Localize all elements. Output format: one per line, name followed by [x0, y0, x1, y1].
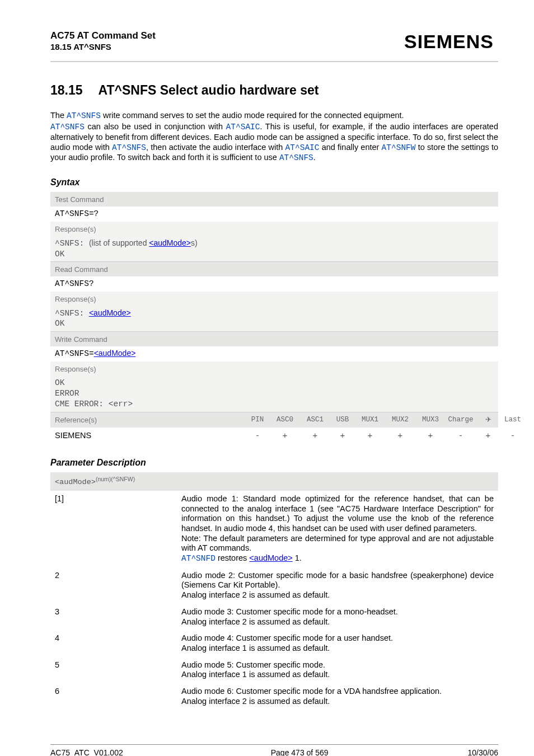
- footer-center: Page 473 of 569: [271, 748, 329, 756]
- param-desc-6: Audio mode 6: Customer specific mode for…: [177, 683, 498, 710]
- brand-logo: SIEMENS: [404, 30, 498, 53]
- col-mux2: MUX2: [385, 416, 415, 424]
- label-responses-1: Response(s): [50, 222, 498, 236]
- param-row-1: [1] Audio mode 1: Standard mode optimize…: [50, 491, 498, 567]
- syntax-table: Test Command AT^SNFS=? Response(s) ^SNFS…: [50, 192, 498, 411]
- label-references: Reference(s): [55, 416, 245, 425]
- val-charge: -: [446, 430, 476, 440]
- reference-value-row: SIEMENS - + + + + + + - + -: [50, 428, 498, 443]
- link-atsnfw[interactable]: AT^SNFW: [382, 143, 416, 152]
- label-write-command: Write Command: [50, 332, 498, 346]
- param-row-5: 5 Audio mode 5: Customer specific mode. …: [50, 657, 498, 683]
- val-airplane: +: [476, 430, 500, 440]
- val-asc1: +: [300, 430, 330, 440]
- param-row-4: 4 Audio mode 4: Customer specific mode f…: [50, 630, 498, 656]
- intro-paragraph-2: AT^SNFS can also be used in conjunction …: [50, 122, 498, 163]
- doc-subtitle: 18.15 AT^SNFS: [50, 42, 156, 52]
- param-key-4: 4: [50, 630, 177, 656]
- test-resp-text-2: s): [191, 238, 198, 247]
- test-command-text: AT^SNFS=?: [55, 209, 99, 218]
- reference-value: SIEMENS: [55, 431, 245, 441]
- link-audmode-1[interactable]: <audMode>: [149, 238, 191, 247]
- col-mux3: MUX3: [415, 416, 446, 424]
- link-atsaic-2[interactable]: AT^SAIC: [285, 143, 320, 152]
- footer-left: AC75_ATC_V01.002 Confidential / Released: [50, 748, 132, 756]
- link-audmode-3[interactable]: <audMode>: [94, 349, 136, 358]
- col-pin: PIN: [245, 416, 270, 424]
- val-mux1: +: [355, 430, 385, 440]
- param-audmode: <audMode>: [55, 478, 96, 487]
- link-atsnfd[interactable]: AT^SNFD: [181, 554, 216, 563]
- param-desc-5: Audio mode 5: Customer specific mode. An…: [177, 657, 498, 683]
- reference-header-row: Reference(s) PIN ASC0 ASC1 USB MUX1 MUX2…: [50, 412, 498, 428]
- param-key-3: 3: [50, 604, 177, 630]
- param-key-5: 5: [50, 657, 177, 683]
- col-usb: USB: [330, 416, 355, 424]
- param-key-2: 2: [50, 567, 177, 604]
- section-heading: 18.15 AT^SNFS Select audio hardware set: [50, 82, 498, 98]
- write-resp-cme-prefix: CME ERROR:: [55, 400, 109, 408]
- write-resp-error: ERROR: [55, 389, 79, 398]
- label-read-command: Read Command: [50, 262, 498, 276]
- test-resp-prefix: ^SNFS:: [55, 239, 89, 248]
- link-atsnfs-3[interactable]: AT^SNFS: [112, 143, 146, 152]
- support-matrix-values: - + + + + + + - + -: [245, 430, 525, 440]
- param-desc-table: <audMode>(num)(^SNFW) [1] Audio mode 1: …: [50, 472, 498, 710]
- val-mux2: +: [385, 430, 415, 440]
- val-pin: -: [245, 430, 270, 440]
- airplane-mode-icon: ✈: [476, 416, 500, 424]
- param-desc-3: Audio mode 3: Customer specific mode for…: [177, 604, 498, 630]
- syntax-heading: Syntax: [50, 177, 498, 188]
- val-mux3: +: [415, 430, 446, 440]
- link-atsnfs[interactable]: AT^SNFS: [67, 111, 101, 120]
- val-usb: +: [330, 430, 355, 440]
- test-resp-text-1: (list of supported: [89, 238, 149, 247]
- param-row-2: 2 Audio mode 2: Customer specific mode f…: [50, 567, 498, 604]
- read-resp-prefix: ^SNFS:: [55, 309, 89, 318]
- param-desc-1: Audio mode 1: Standard mode optimized fo…: [177, 491, 498, 567]
- section-number: 18.15: [50, 82, 95, 98]
- link-audmode-2[interactable]: <audMode>: [89, 308, 131, 317]
- param-key-6: 6: [50, 683, 177, 710]
- param-desc-2: Audio mode 2: Customer specific mode for…: [177, 567, 498, 604]
- param-desc-heading: Parameter Description: [50, 457, 498, 468]
- page-header: AC75 AT Command Set 18.15 AT^SNFS SIEMEN…: [50, 30, 498, 53]
- test-resp-ok: OK: [55, 250, 64, 259]
- val-asc0: +: [270, 430, 300, 440]
- write-resp-ok: OK: [55, 378, 64, 387]
- link-atsnfs-4[interactable]: AT^SNFS: [279, 153, 313, 162]
- doc-title: AC75 AT Command Set: [50, 30, 156, 42]
- param-row-6: 6 Audio mode 6: Customer specific mode f…: [50, 683, 498, 710]
- col-asc1: ASC1: [300, 416, 330, 424]
- write-resp-cme-err: <err>: [109, 400, 133, 408]
- col-charge: Charge: [446, 416, 476, 424]
- link-atsaic[interactable]: AT^SAIC: [226, 123, 260, 132]
- param-desc-header: <audMode>(num)(^SNFW): [50, 472, 498, 491]
- param-row-3: 3 Audio mode 3: Customer specific mode f…: [50, 604, 498, 630]
- footer-right: 10/30/06: [468, 748, 499, 756]
- read-command-text: AT^SNFS?: [55, 279, 94, 288]
- param-key-1: [1]: [50, 491, 177, 567]
- col-mux1: MUX1: [355, 416, 385, 424]
- support-matrix-header: PIN ASC0 ASC1 USB MUX1 MUX2 MUX3 Charge …: [245, 416, 525, 424]
- val-last: -: [500, 430, 525, 440]
- read-resp-ok: OK: [55, 319, 64, 328]
- footer-rule: [50, 744, 498, 745]
- link-atsnfs-2[interactable]: AT^SNFS: [50, 123, 85, 132]
- label-responses-2: Response(s): [50, 292, 498, 306]
- param-desc-4: Audio mode 4: Customer specific mode for…: [177, 630, 498, 656]
- write-command-prefix: AT^SNFS=: [55, 349, 94, 358]
- link-audmode-4[interactable]: <audMode>: [249, 553, 292, 562]
- param-audmode-sup: (num)(^SNFW): [96, 476, 135, 482]
- header-rule: [50, 61, 498, 62]
- section-title: AT^SNFS Select audio hardware set: [99, 83, 319, 97]
- intro-paragraph-1: The AT^SNFS write command serves to set …: [50, 111, 498, 121]
- col-asc0: ASC0: [270, 416, 300, 424]
- page-footer: AC75_ATC_V01.002 Confidential / Released…: [50, 744, 498, 756]
- col-last: Last: [500, 416, 525, 424]
- label-responses-3: Response(s): [50, 361, 498, 376]
- label-test-command: Test Command: [50, 192, 498, 206]
